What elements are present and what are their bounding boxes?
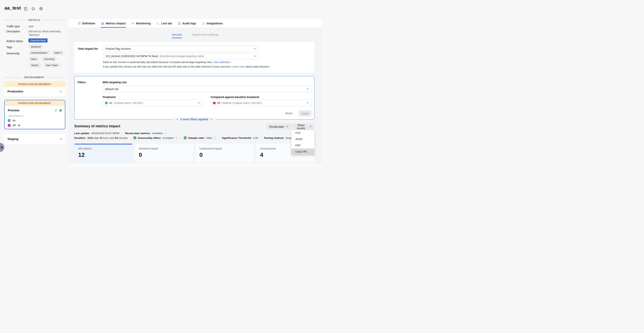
version-select[interactable]: V21 (Active) (10/03/2022 04:59PM To Now)…	[103, 53, 259, 59]
metric-card-desired-impact[interactable]: Desired impact 0	[135, 144, 193, 162]
reset-button[interactable]: Reset	[284, 112, 294, 115]
metric-card-value: 0	[139, 152, 142, 158]
targeting-rule-select[interactable]: default rule	[102, 86, 312, 92]
chevron-down-icon	[210, 119, 212, 120]
question-icon: ?	[175, 136, 178, 140]
rollout-status-label: Rollout status	[6, 40, 23, 43]
impact-source-select[interactable]: Feature flag versions	[103, 46, 259, 52]
traffic-type-value: user	[28, 25, 34, 28]
apply-button[interactable]: Apply	[299, 110, 311, 116]
duration-value: 1013 days 8 hours and 33 minutes	[87, 136, 128, 140]
rollout-status-badge[interactable]: External Beta	[28, 38, 48, 42]
tab-definition[interactable]: Definition	[78, 19, 95, 28]
info-text: Data for this version is automatically c…	[103, 61, 213, 64]
sidebar-expand-handle[interactable]	[0, 143, 4, 152]
bottom-fade	[68, 162, 322, 166]
chevron-down-icon	[310, 126, 312, 127]
subtab-results[interactable]: Results	[172, 33, 182, 36]
environment-card-production[interactable]: PRODUCTION ENVIRONMENT Production	[4, 81, 65, 96]
active-card-bar	[74, 144, 132, 144]
subtab-experiment-settings[interactable]: Experiment settings	[192, 33, 219, 36]
tab-label: Monitoring	[136, 22, 151, 25]
sample-ratio-value: Valid	[206, 136, 212, 140]
status-dot-green	[59, 109, 62, 112]
view-impact-label: View impact for	[78, 47, 98, 50]
audit-logs-icon	[178, 22, 181, 25]
baseline-note: (Default | Unique users: 315,461)	[222, 102, 262, 104]
more-filters-toggle[interactable]: 0 more filters applied	[173, 117, 216, 122]
chevron-down-icon	[306, 88, 309, 90]
production-environment-banner: PRODUCTION ENVIRONMENT	[5, 100, 65, 106]
gear-icon[interactable]	[38, 6, 44, 11]
share-results-button[interactable]: Share results	[292, 124, 314, 130]
tab-metrics-impact[interactable]: Metrics impact	[101, 19, 126, 28]
status-dot-gray	[60, 138, 62, 140]
chevron-down-icon	[176, 119, 178, 120]
baseline-value: off	[217, 102, 220, 104]
share-results-label: Share results	[294, 124, 308, 130]
metric-card-value: 12	[78, 152, 84, 158]
treatment-select[interactable]: on (Unique users: 316,341)	[102, 100, 203, 106]
recalculate-metrics-value: Available	[152, 132, 163, 135]
star-icon[interactable]	[30, 6, 36, 11]
recalculate-metrics-label: Recalculate metrics:	[125, 132, 150, 135]
menu-item-json[interactable]: JSON	[292, 136, 314, 142]
baseline-label: Compared against baseline treatment	[210, 96, 259, 99]
metric-card-undesired-impact[interactable]: Undesired impact 0	[196, 144, 254, 162]
significance-label: Significance Threshold:	[222, 136, 252, 140]
targeting-rule-label: With targeting rule	[102, 81, 127, 84]
chevron-right-icon	[1, 146, 3, 149]
menu-item-pdf[interactable]: PDF	[292, 142, 314, 148]
chevron-down-icon	[306, 102, 309, 104]
info-text: about data retention.	[246, 65, 270, 68]
seasonality-label: Seasonality effect:	[138, 136, 161, 140]
recalculate-label: Recalculate	[269, 125, 284, 128]
last-update-value: 05/30/2025 03:57:06PM	[91, 132, 119, 135]
view-definition-link[interactable]: View definition	[214, 61, 230, 64]
treatment-on-swatch	[8, 119, 10, 122]
owner-chip: Team1	[28, 63, 41, 68]
tab-label: Definition	[82, 22, 95, 25]
metrics-impact-panel: Results Experiment settings View impact …	[68, 28, 322, 166]
metric-card-label: Undesired impact	[200, 147, 222, 150]
environment-section-header: ENVIRONMENT	[4, 76, 65, 79]
tab-audit-logs[interactable]: Audit logs	[178, 19, 196, 28]
divider	[261, 136, 261, 140]
environment-card-preview[interactable]: PRODUCTION ENVIRONMENT Preview TREATMENT…	[4, 100, 65, 129]
metric-card-value: 4	[260, 152, 263, 158]
metric-card-label: All metrics	[78, 147, 92, 150]
description-label: Description	[6, 30, 20, 33]
treatment-off-swatch	[8, 124, 10, 127]
environment-card-staging[interactable]: Staging	[4, 134, 65, 145]
filters-box: Filters With targeting rule default rule…	[74, 76, 314, 120]
recalculate-button[interactable]: Recalculate	[266, 124, 290, 130]
tab-integrations[interactable]: Integrations	[202, 19, 223, 28]
treatment-note: (Unique users: 316,341)	[114, 102, 143, 104]
share-results-menu: CSV JSON PDF Copy URL	[292, 130, 314, 155]
impact-source-value: Feature flag versions	[106, 47, 131, 50]
tab-label: Metrics impact	[106, 22, 126, 25]
copy-icon[interactable]	[23, 6, 28, 11]
environment-name: Preview	[8, 108, 19, 112]
summary-info-row-1: Last update: 05/30/2025 03:57:06PM Recal…	[74, 132, 167, 135]
seasonality-value: Complete	[162, 136, 174, 140]
baseline-select[interactable]: off (Default | Unique users: 315,461)	[210, 100, 312, 106]
divider	[181, 136, 181, 140]
tab-live-tail[interactable]: Live tail	[156, 19, 172, 28]
chevron-down-icon	[254, 48, 256, 50]
chevron-down-icon	[286, 126, 288, 127]
details-title: DETAILS	[29, 19, 40, 22]
more-filters-label: 0 more filters applied	[181, 118, 208, 121]
tab-label: Live tail	[161, 22, 172, 25]
menu-item-copy-url[interactable]: Copy URL	[292, 148, 314, 155]
treatment-off-name: off	[12, 124, 16, 127]
tab-monitoring[interactable]: Monitoring	[131, 19, 151, 28]
environment-name: Production	[8, 90, 24, 93]
chevron-down-icon	[198, 102, 200, 104]
menu-item-csv[interactable]: CSV	[292, 130, 314, 136]
owner-chip: New Team	[44, 63, 60, 68]
metrics-impact-icon	[101, 22, 104, 25]
learn-more-link[interactable]: Learn more	[232, 65, 245, 68]
version-note: (Includes percentage targeting rules)	[160, 54, 204, 58]
metric-card-all-metrics[interactable]: All metrics 12	[74, 144, 132, 162]
